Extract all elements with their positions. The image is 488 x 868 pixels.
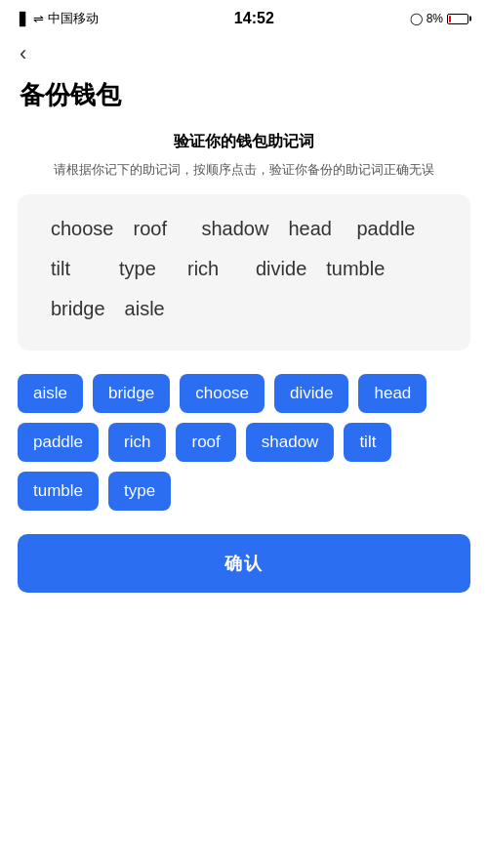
word-display-item: roof	[124, 214, 192, 244]
word-chip[interactable]: choose	[180, 374, 264, 413]
word-display-item: rich	[178, 254, 246, 284]
word-display-item: head	[278, 214, 346, 244]
word-chip[interactable]: tilt	[344, 423, 391, 462]
section-title: 验证你的钱包助记词	[0, 132, 488, 152]
word-display-item: divide	[246, 254, 316, 284]
signal-icon: ▋	[20, 12, 29, 26]
word-chip[interactable]: roof	[176, 423, 235, 462]
word-display-item: choose	[41, 214, 124, 244]
word-chip[interactable]: shadow	[246, 423, 335, 462]
battery-icon	[447, 14, 468, 24]
section-desc: 请根据你记下的助记词，按顺序点击，验证你备份的助记词正确无误	[0, 160, 488, 181]
word-display-item: shadow	[192, 214, 279, 244]
word-chip[interactable]: paddle	[18, 423, 99, 462]
word-chip[interactable]: aisle	[18, 374, 83, 413]
charge-icon: ◯	[410, 12, 423, 25]
word-chip[interactable]: type	[108, 472, 171, 511]
word-display-item: type	[109, 254, 178, 284]
wifi-icon: ⇌	[33, 12, 44, 26]
word-chip[interactable]: head	[358, 374, 427, 413]
confirm-button[interactable]: 确认	[18, 534, 470, 593]
word-display-item: aisle	[115, 294, 183, 324]
word-display-item: paddle	[346, 214, 425, 244]
status-battery-area: ◯ 8%	[410, 12, 468, 25]
word-chip[interactable]: rich	[108, 423, 166, 462]
word-display-item: bridge	[41, 294, 115, 324]
word-chip[interactable]: tumble	[18, 472, 99, 511]
battery-percent: 8%	[427, 12, 443, 25]
word-display-box: chooseroofshadowheadpaddletilttyperichdi…	[18, 194, 470, 351]
word-display-item: tilt	[41, 254, 109, 284]
status-bar: ▋ ⇌ 中国移动 14:52 ◯ 8%	[0, 0, 488, 33]
status-carrier: ▋ ⇌ 中国移动	[20, 10, 99, 27]
word-box-content: chooseroofshadowheadpaddletilttyperichdi…	[41, 214, 447, 324]
page-title: 备份钱包	[0, 70, 488, 132]
back-button[interactable]: ‹	[0, 33, 488, 70]
word-chip[interactable]: bridge	[93, 374, 170, 413]
word-display-item: tumble	[316, 254, 394, 284]
chips-area: aislebridgechoosedivideheadpaddlerichroo…	[0, 374, 488, 511]
word-chip[interactable]: divide	[274, 374, 348, 413]
status-time: 14:52	[234, 10, 274, 27]
